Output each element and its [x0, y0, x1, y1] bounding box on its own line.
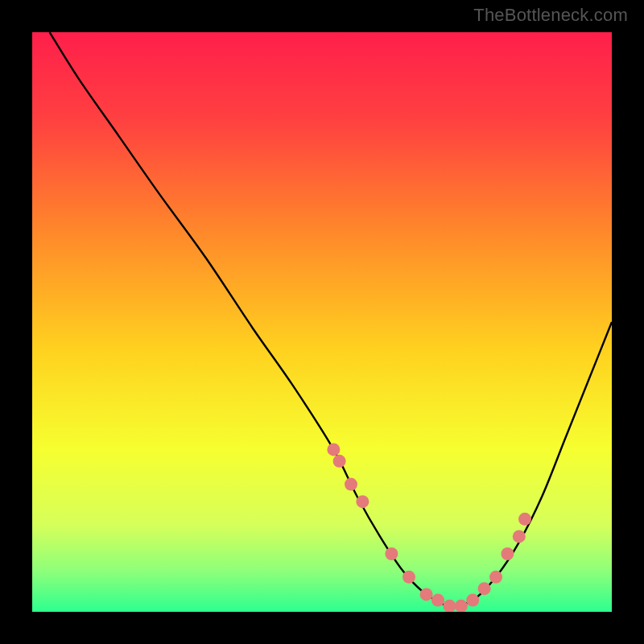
marker-dot — [431, 594, 444, 607]
marker-dot — [385, 547, 398, 560]
marker-dot — [420, 588, 433, 601]
marker-dot — [513, 530, 526, 543]
chart-svg — [32, 32, 612, 612]
marker-dot — [478, 582, 491, 595]
chart-frame: TheBottleneck.com — [0, 0, 644, 644]
marker-dot — [402, 571, 415, 584]
marker-dot — [327, 443, 340, 456]
marker-dot — [466, 594, 479, 607]
marker-dot — [501, 547, 514, 560]
watermark-text: TheBottleneck.com — [473, 5, 628, 26]
marker-dot — [518, 513, 531, 526]
marker-dot — [345, 478, 357, 491]
marker-dot — [356, 495, 369, 508]
marker-dot — [489, 571, 502, 584]
bottleneck-chart — [32, 32, 612, 612]
marker-dot — [333, 455, 346, 468]
